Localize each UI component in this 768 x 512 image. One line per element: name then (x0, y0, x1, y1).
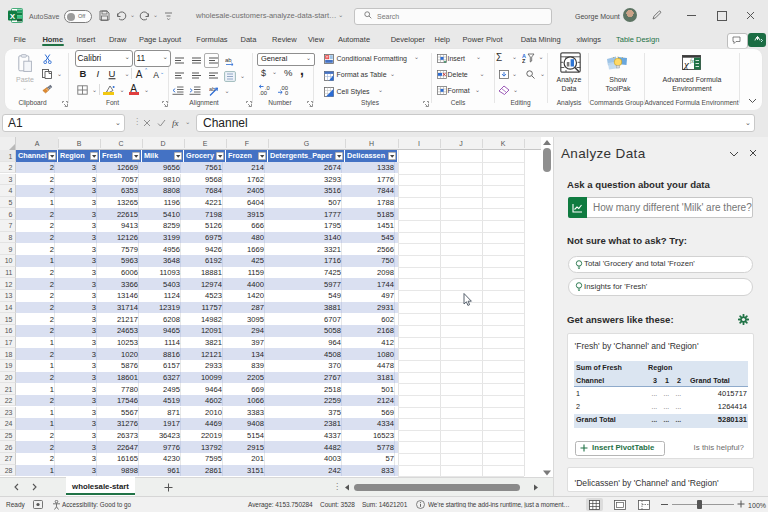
svg-text:0: 0 (285, 90, 288, 95)
svg-text:fx: fx (690, 58, 695, 64)
svg-text:ab: ab (225, 57, 232, 63)
svg-text:ab: ab (209, 85, 215, 91)
svg-text:.00: .00 (259, 90, 267, 95)
svg-text:X: X (10, 12, 16, 21)
